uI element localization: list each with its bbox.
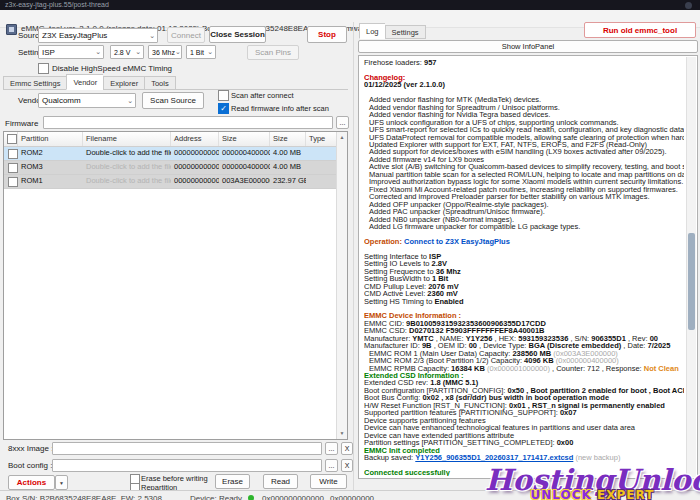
- chevron-down-icon: ⌄: [127, 98, 135, 104]
- show-infopanel-button[interactable]: Show InfoPanel: [358, 40, 698, 53]
- browser-tab-strip: z3x-easy-jtag-plus.55/post-thread: [0, 0, 700, 10]
- scan-after-connect-checkbox[interactable]: [218, 90, 229, 101]
- voltage-value: 2.8 V: [114, 49, 130, 56]
- image-clear-button[interactable]: X: [341, 442, 353, 455]
- table-cell: ROM1: [18, 175, 83, 188]
- column-header[interactable]: Size: [219, 132, 270, 146]
- column-header[interactable]: Filename: [83, 132, 171, 146]
- buswidth-select[interactable]: 1 Bit ⌄: [186, 45, 216, 59]
- stop-button[interactable]: Stop: [307, 26, 347, 43]
- chevron-down-icon: ⌄: [149, 33, 157, 39]
- actions-button[interactable]: Actions: [8, 475, 55, 490]
- log-text: Backup saved:: [364, 453, 415, 462]
- actions-dropdown-icon[interactable]: ▼: [55, 475, 68, 490]
- log-line: Operation: Connect to Z3X EasyJtagPlus: [364, 238, 684, 245]
- bootconfig-label: Boot config :: [8, 461, 52, 470]
- log-text: Not Clean: [644, 364, 679, 373]
- tab-emmc-settings[interactable]: Emmc Settings: [3, 76, 66, 90]
- voltage-select[interactable]: 2.8 V ⌄: [110, 45, 144, 59]
- row-checkbox[interactable]: [8, 163, 18, 173]
- bootconfig-clear-button[interactable]: X: [341, 459, 353, 472]
- erase-button[interactable]: Erase: [215, 474, 250, 489]
- right-tabbar: LogSettings: [359, 23, 426, 39]
- check-icon: ✓: [220, 104, 227, 113]
- log-text: , Date:: [621, 341, 647, 350]
- tab-explorer[interactable]: Explorer: [103, 76, 144, 90]
- scroll-down-icon[interactable]: ▼: [337, 428, 347, 439]
- row-checkbox[interactable]: [8, 149, 18, 159]
- table-cell: 4.00 MB: [270, 161, 306, 174]
- bootconfig-browse-button[interactable]: ...: [325, 459, 338, 472]
- column-header[interactable]: Address: [171, 132, 219, 146]
- table-cell: ROM3: [18, 161, 83, 174]
- table-cell: Double-click to add the file: [83, 147, 171, 160]
- log-text: (0x000001000000): [487, 364, 550, 373]
- read-fw-info-checkbox[interactable]: ✓: [218, 103, 229, 114]
- log-text: Connected successfully: [364, 468, 450, 476]
- backup-file-link[interactable]: Y1Y256_906355D1_20260317_171417.extcsd: [415, 453, 573, 462]
- frequency-select[interactable]: 36 Mhz ⌄: [148, 45, 182, 59]
- close-session-button[interactable]: Close Session: [209, 26, 266, 43]
- log-text: Connect to Z3X EasyJtagPlus: [404, 237, 510, 246]
- log-text: 01/12/2025 (ver 2.1.0.0): [364, 80, 445, 89]
- table-cell: Double-click to add the file: [83, 175, 171, 188]
- scan-pins-button[interactable]: Scan Pins: [247, 45, 299, 60]
- status-size: 0x00000000: [330, 494, 374, 500]
- firmware-input[interactable]: [43, 116, 333, 129]
- erase-before-label: Erase before writing: [141, 474, 208, 483]
- connect-button[interactable]: Connect: [167, 27, 205, 43]
- table-cell: 003A3E000000: [219, 175, 270, 188]
- firmware-table: PartitionFilenameAddressSizeSizeType ROM…: [3, 131, 348, 440]
- run-old-emmc-button[interactable]: Run old emmc_tool: [584, 22, 696, 38]
- log-text: Operation:: [364, 237, 404, 246]
- table-cell: 000000400000: [219, 147, 270, 160]
- log-line: Added LG firmware unpacker for compatibl…: [364, 223, 684, 230]
- tab-vendor[interactable]: Vendor: [66, 74, 103, 90]
- table-cell: ROM2: [18, 147, 83, 160]
- tab-tools[interactable]: Tools: [144, 76, 176, 90]
- image-input[interactable]: [52, 442, 322, 455]
- firmware-browse-button[interactable]: ...: [336, 116, 349, 129]
- table-row[interactable]: ROM1Double-click to add the file00000000…: [4, 175, 347, 189]
- column-header[interactable]: [4, 132, 18, 146]
- vendor-select[interactable]: Qualcomm ⌄: [38, 93, 136, 108]
- log-text: Setting HS Timing to: [364, 297, 434, 306]
- column-header[interactable]: Partition: [18, 132, 83, 146]
- status-bar: Box S/N: B2B6835248E8EA8E, FW: 2.5308 De…: [0, 490, 700, 500]
- status-device-state: Device: Ready: [190, 494, 242, 500]
- log-text: 957: [424, 59, 437, 67]
- table-row[interactable]: ROM3Double-click to add the file00000000…: [4, 161, 347, 175]
- log-scrollbar[interactable]: [686, 57, 696, 477]
- write-button[interactable]: Write: [310, 474, 347, 489]
- row-checkbox[interactable]: [8, 177, 18, 187]
- scrollbar-thumb[interactable]: [688, 233, 695, 330]
- source-device-select[interactable]: Z3X EasyJtagPlus ⌄: [38, 28, 158, 43]
- firmware-table-header: PartitionFilenameAddressSizeSizeType: [4, 132, 347, 147]
- table-scrollbar[interactable]: ▲ ▼: [336, 132, 347, 439]
- table-row[interactable]: ROM2Double-click to add the file00000000…: [4, 147, 347, 161]
- log-text: , Counter: 712 , Response:: [550, 364, 644, 373]
- scan-source-button[interactable]: Scan Source: [142, 92, 204, 109]
- log-line: [364, 66, 684, 73]
- column-header[interactable]: Size: [270, 132, 306, 146]
- tab-log[interactable]: Log: [359, 23, 385, 39]
- interface-select[interactable]: ISP ⌄: [38, 45, 104, 59]
- chevron-down-icon: ⌄: [95, 49, 103, 55]
- tab-divider: [3, 89, 348, 90]
- read-button[interactable]: Read: [263, 474, 298, 489]
- disable-hs-checkbox[interactable]: [38, 63, 49, 74]
- log-text: 0x07: [560, 408, 577, 417]
- tab-settings[interactable]: Settings: [385, 25, 426, 39]
- table-cell: [4, 161, 18, 174]
- select-all-checkbox[interactable]: [7, 134, 17, 144]
- table-cell: [4, 175, 18, 188]
- image-browse-button[interactable]: ...: [325, 442, 338, 455]
- left-tabbar: Emmc SettingsVendorExplorerTools: [3, 74, 176, 90]
- status-device-info: Box S/N: B2B6835248E8EA8E, FW: 2.5308: [6, 494, 162, 500]
- log-text: Added LG firmware unpacker for compatibl…: [364, 222, 580, 231]
- scroll-up-icon[interactable]: ▲: [337, 132, 347, 143]
- log-line: Setting HS Timing to Enabled: [364, 298, 684, 305]
- bootconfig-input[interactable]: [52, 459, 322, 472]
- vendor-value: Qualcomm: [42, 96, 81, 105]
- scan-after-connect-label: Scan after connect: [231, 91, 294, 100]
